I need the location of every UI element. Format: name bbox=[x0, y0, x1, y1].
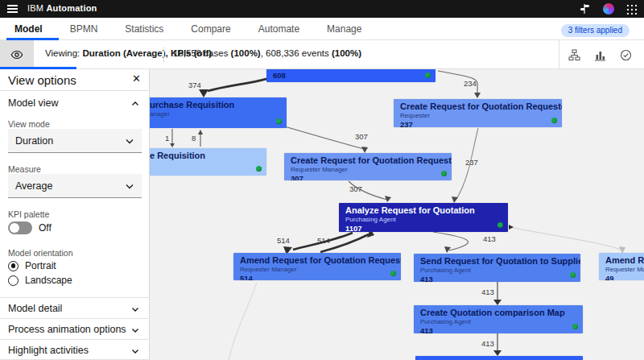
avatar[interactable] bbox=[603, 3, 614, 14]
edge-label: 8 bbox=[192, 134, 196, 143]
edge-label: 307 bbox=[349, 184, 362, 193]
view-mode-value: Duration bbox=[15, 135, 53, 147]
edge-label: 234 bbox=[464, 79, 477, 88]
chevron-down-icon bbox=[126, 184, 134, 189]
activity-node-analyze-rfq[interactable]: Analyze Request for Quotation Purchasing… bbox=[339, 203, 508, 232]
events-percent: (100%) bbox=[332, 48, 361, 58]
node-title: Amend Requ bbox=[605, 255, 644, 266]
node-subtitle: Requester Manager bbox=[291, 166, 445, 174]
node-count: 49 bbox=[605, 274, 644, 280]
chevron-down-icon[interactable] bbox=[131, 347, 139, 355]
kpi-palette-toggle[interactable] bbox=[8, 221, 32, 234]
brand-product: Automation bbox=[46, 3, 97, 13]
events-count: , 608,336 events bbox=[261, 48, 332, 58]
green-indicator-dot bbox=[551, 118, 557, 123]
section-process-animation-options[interactable]: Process animation options bbox=[8, 324, 126, 335]
view-toolbar: Viewing: Duration (Average), KPIs (off) … bbox=[0, 40, 644, 69]
view-mode-label: View mode bbox=[8, 119, 50, 129]
tab-compare[interactable]: Compare bbox=[191, 23, 230, 35]
ibm-automation-app: IBM Automation Model BPMN Statistics Com… bbox=[0, 0, 644, 360]
tab-model[interactable]: Model bbox=[14, 23, 43, 35]
activity-node-requisition[interactable]: e Requisition bbox=[150, 148, 266, 176]
process-model-icon[interactable] bbox=[567, 48, 581, 62]
model-orientation-label: Model orientation bbox=[8, 248, 73, 258]
divider bbox=[0, 318, 150, 319]
tab-bpmn[interactable]: BPMN bbox=[70, 23, 98, 35]
edge-label: 1 bbox=[165, 134, 169, 143]
activity-node-create-rfq-requester-manager[interactable]: Create Request for Quotation Requester M… bbox=[284, 153, 452, 180]
cases-count: 16,556 cases bbox=[173, 48, 231, 58]
view-options-toggle[interactable] bbox=[0, 40, 34, 68]
green-indicator-dot bbox=[390, 271, 396, 276]
app-header: IBM Automation bbox=[0, 0, 644, 18]
process-model-canvas[interactable]: 374 234 1 8 307 237 307 514 514 413 413 … bbox=[150, 69, 644, 360]
node-subtitle: Purchasing Agent bbox=[420, 267, 574, 275]
activity-node-create-rfq-requester[interactable]: Create Request for Quotation Requester R… bbox=[394, 99, 562, 127]
green-indicator-dot bbox=[570, 272, 576, 278]
green-indicator-dot bbox=[256, 166, 262, 172]
bar-chart-icon[interactable] bbox=[592, 48, 607, 62]
node-count: 237 bbox=[400, 120, 555, 127]
case-event-stats: 16,556 cases (100%), 608,336 events (100… bbox=[173, 48, 361, 58]
app-switcher-icon[interactable] bbox=[627, 3, 638, 14]
filters-applied-badge[interactable]: 3 filters applied bbox=[561, 24, 630, 37]
node-count: 413 bbox=[420, 275, 574, 282]
node-title: Create Request for Quotation Requester bbox=[400, 101, 555, 112]
node-count: 514 bbox=[240, 274, 394, 280]
view-options-panel: View options ✕ Model view View mode Dura… bbox=[0, 69, 150, 360]
radio-button-selected bbox=[8, 261, 19, 271]
signpost-icon[interactable] bbox=[579, 3, 590, 14]
view-mode-dropdown[interactable]: Duration bbox=[8, 129, 142, 153]
measure-dropdown[interactable]: Average bbox=[8, 174, 142, 198]
node-title: Create Request for Quotation Requester M… bbox=[291, 155, 445, 166]
tab-automate[interactable]: Automate bbox=[258, 23, 299, 35]
radio-portrait[interactable]: Portrait bbox=[8, 260, 56, 271]
hamburger-menu-icon[interactable] bbox=[7, 5, 18, 13]
landscape-label: Landscape bbox=[25, 275, 72, 286]
checkmark-circle-icon[interactable] bbox=[618, 48, 633, 62]
activity-node-amend-rfq-requester[interactable]: Amend Request for Quotation Requester Re… bbox=[233, 253, 401, 280]
chevron-down-icon[interactable] bbox=[131, 305, 139, 313]
close-icon[interactable]: ✕ bbox=[132, 72, 141, 85]
portrait-label: Portrait bbox=[25, 260, 56, 271]
node-title: Amend Request for Quotation Requester bbox=[240, 255, 394, 266]
green-indicator-dot bbox=[497, 222, 503, 228]
radio-landscape[interactable]: Landscape bbox=[8, 275, 72, 286]
edge-label: 514 bbox=[317, 236, 330, 245]
activity-node-amend-rfq-right[interactable]: Amend Requ Requester Man 49 bbox=[599, 253, 644, 280]
toolbar-right-divider bbox=[559, 40, 559, 68]
node-title: Create Quotation comparison Map bbox=[420, 308, 576, 318]
chevron-down-icon[interactable] bbox=[131, 326, 139, 334]
tab-manage[interactable]: Manage bbox=[327, 23, 361, 35]
green-indicator-dot bbox=[276, 118, 282, 124]
activity-node-create-quotation-comparison-map[interactable]: Create Quotation comparison Map Purchasi… bbox=[414, 305, 583, 333]
tab-bar: Model BPMN Statistics Compare Automate M… bbox=[0, 18, 644, 40]
node-title: Analyze Request for Quotation bbox=[345, 205, 502, 216]
node-count: 307 bbox=[291, 174, 445, 180]
measure-label: Measure bbox=[8, 164, 41, 174]
divider bbox=[0, 339, 150, 340]
node-subtitle: Requester bbox=[400, 112, 555, 120]
activity-node-bottom[interactable] bbox=[415, 356, 583, 360]
radio-button bbox=[8, 275, 19, 286]
node-title: urchase Requisition bbox=[150, 100, 280, 110]
activity-node-top[interactable]: Requester 608 bbox=[266, 69, 436, 82]
brand-ibm: IBM bbox=[27, 3, 43, 13]
node-subtitle: Requester Manager bbox=[240, 266, 394, 274]
edge-label: 237 bbox=[465, 158, 478, 167]
node-count: 608 bbox=[273, 71, 429, 80]
section-model-detail[interactable]: Model detail bbox=[8, 303, 62, 314]
toolbar-divider bbox=[163, 47, 164, 63]
node-title: e Requisition bbox=[150, 151, 260, 161]
activity-node-purchase-requisition[interactable]: urchase Requisition anager bbox=[150, 97, 287, 128]
kpi-palette-label: KPI palette bbox=[8, 209, 49, 219]
section-highlight-activities[interactable]: Highlight activities bbox=[8, 345, 89, 356]
activity-node-send-rfq-to-supplier[interactable]: Send Request for Quotation to Supplier P… bbox=[414, 254, 580, 282]
section-model-view[interactable]: Model view bbox=[8, 97, 59, 109]
chevron-up-icon[interactable] bbox=[131, 100, 139, 108]
green-indicator-dot bbox=[441, 171, 447, 176]
green-indicator-dot bbox=[425, 72, 431, 78]
panel-title: View options bbox=[8, 73, 76, 87]
edge-label: 307 bbox=[355, 132, 368, 141]
tab-statistics[interactable]: Statistics bbox=[125, 23, 163, 35]
